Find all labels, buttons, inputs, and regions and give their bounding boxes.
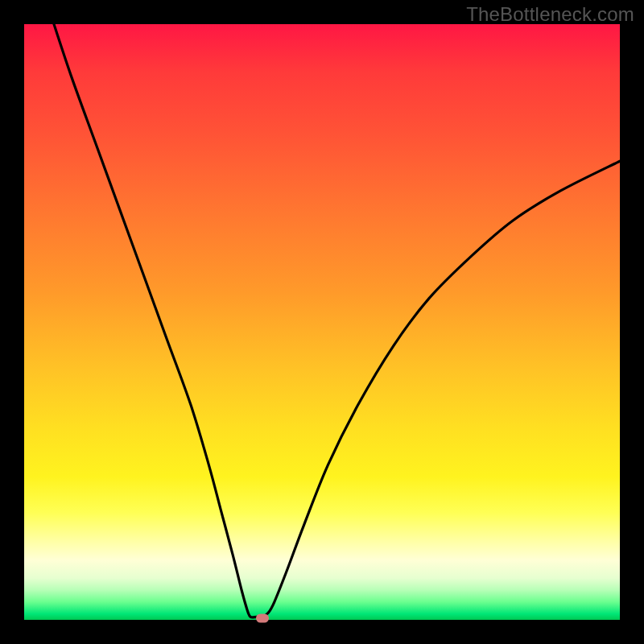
optimal-point-marker (256, 613, 269, 622)
chart-container: TheBottleneck.com (0, 0, 644, 644)
bottleneck-curve (54, 24, 620, 617)
watermark-text: TheBottleneck.com (466, 3, 634, 26)
plot-area (24, 24, 620, 620)
curve-svg (24, 24, 620, 620)
